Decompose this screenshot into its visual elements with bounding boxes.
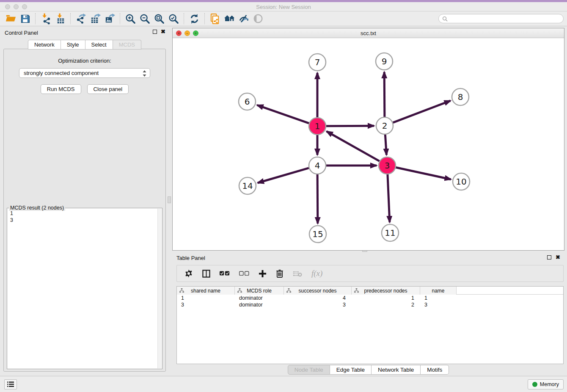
export-table-button[interactable]	[88, 12, 102, 25]
cell-predecessor-nodes[interactable]: 1	[352, 295, 420, 301]
graph-node-4[interactable]: 4	[309, 157, 326, 174]
graph-node-1[interactable]: 1	[309, 118, 326, 135]
import-network-button[interactable]	[39, 12, 53, 25]
graph-node-3[interactable]: 3	[379, 157, 396, 174]
criterion-select[interactable]: strongly connected component	[19, 68, 150, 78]
edge-1-6[interactable]	[257, 105, 309, 123]
table-header-row: shared nameMCDS rolesuccessor nodesprede…	[177, 287, 563, 295]
edge-3-1[interactable]	[327, 131, 380, 161]
tab-network-table[interactable]: Network Table	[372, 365, 421, 375]
tab-network[interactable]: Network	[28, 40, 61, 50]
cell-successor-nodes[interactable]: 4	[284, 295, 352, 301]
apply-layout-button[interactable]	[187, 12, 201, 25]
close-panel-button[interactable]: Close panel	[87, 84, 129, 94]
vertical-splitter-handle[interactable]	[168, 196, 171, 203]
close-panel-icon[interactable]: ✖	[161, 30, 165, 34]
graph-node-6[interactable]: 6	[239, 93, 256, 110]
network-window-titlebar[interactable]: ✕ − + scc.txt	[173, 28, 564, 38]
column-header-name[interactable]: name	[420, 287, 457, 295]
edge-2-9[interactable]	[384, 72, 385, 117]
graph-node-7[interactable]: 7	[309, 54, 326, 71]
zoom-fit-icon	[154, 13, 165, 24]
mcds-result-text[interactable]: 1 3	[8, 210, 157, 368]
svg-text:4: 4	[315, 160, 320, 171]
edge-4-15[interactable]	[317, 174, 318, 224]
edge-3-11[interactable]	[388, 174, 390, 222]
list-icon	[7, 381, 14, 387]
hierarchy-icon	[286, 288, 291, 293]
tab-motifs[interactable]: Motifs	[421, 365, 449, 375]
task-history-button[interactable]	[4, 379, 17, 389]
zoom-selected-button[interactable]	[166, 12, 181, 25]
create-column-button[interactable]	[259, 270, 267, 278]
graph-node-11[interactable]: 11	[382, 224, 399, 241]
tab-node-table[interactable]: Node Table	[288, 365, 330, 375]
birds-eye-view-button[interactable]	[251, 12, 265, 25]
search-input[interactable]	[450, 16, 560, 22]
float-table-panel-icon[interactable]	[547, 255, 551, 259]
float-panel-icon[interactable]	[153, 30, 157, 34]
home-view-button[interactable]	[222, 12, 237, 25]
zoom-fit-button[interactable]	[152, 12, 166, 25]
close-table-panel-icon[interactable]: ✖	[556, 255, 560, 259]
toolbar-separator	[204, 13, 205, 24]
cell-shared-name[interactable]: 3	[177, 301, 235, 308]
cell-shared-name[interactable]: 1	[177, 295, 235, 301]
column-header-predecessor-nodes[interactable]: predecessor nodes	[352, 287, 420, 295]
node-table[interactable]: shared nameMCDS rolesuccessor nodesprede…	[176, 286, 564, 364]
svg-text:10: 10	[456, 177, 466, 187]
duplicate-network-button[interactable]	[208, 12, 222, 25]
cell-MCDS-role[interactable]: dominator	[235, 295, 284, 301]
table-settings-button[interactable]	[184, 269, 193, 278]
column-header-shared-name[interactable]: shared name	[177, 287, 235, 295]
cell-MCDS-role[interactable]: dominator	[235, 301, 284, 308]
function-builder-button[interactable]: f(x)	[311, 269, 322, 278]
cell-name[interactable]: 1	[420, 295, 457, 301]
table-row[interactable]: 1dominator411	[177, 295, 563, 301]
show-all-columns-button[interactable]	[220, 271, 230, 276]
graph-node-15[interactable]: 15	[309, 226, 326, 243]
cell-predecessor-nodes[interactable]: 2	[352, 301, 420, 308]
tab-style[interactable]: Style	[61, 40, 85, 50]
graph-node-9[interactable]: 9	[376, 53, 393, 70]
edge-2-3[interactable]	[385, 135, 386, 155]
zoom-selected-icon	[168, 13, 179, 24]
edge-3-10[interactable]	[396, 167, 451, 179]
export-image-button[interactable]	[102, 12, 117, 25]
result-scrollbar[interactable]	[157, 209, 162, 368]
style-preview-button[interactable]	[237, 12, 251, 25]
tab-edge-table[interactable]: Edge Table	[330, 365, 372, 375]
tab-select[interactable]: Select	[85, 40, 113, 50]
graph-node-8[interactable]: 8	[452, 88, 469, 105]
delete-column-button[interactable]	[276, 269, 284, 278]
plus-icon	[259, 270, 267, 278]
network-canvas[interactable]: 7968124314101511	[173, 38, 564, 250]
search-box[interactable]	[438, 14, 564, 23]
open-session-button[interactable]	[3, 12, 18, 25]
graph-node-2[interactable]: 2	[376, 117, 393, 134]
cell-name[interactable]: 3	[420, 301, 457, 308]
tab-mcds[interactable]: MCDS	[113, 40, 141, 50]
memory-button[interactable]: Memory	[528, 379, 564, 389]
table-row[interactable]: 3dominator323	[177, 301, 563, 308]
column-header-successor-nodes[interactable]: successor nodes	[284, 287, 352, 295]
edge-2-8[interactable]	[393, 101, 451, 123]
save-session-button[interactable]	[18, 12, 32, 25]
zoom-out-button[interactable]	[138, 12, 152, 25]
hide-all-columns-button[interactable]	[239, 271, 249, 276]
export-network-button[interactable]	[74, 12, 88, 25]
control-panel-tabs: NetworkStyleSelectMCDS	[1, 40, 168, 50]
graph-node-10[interactable]: 10	[453, 173, 470, 190]
run-mcds-button[interactable]: Run MCDS	[41, 84, 81, 94]
zoom-in-button[interactable]	[123, 12, 138, 25]
control-panel-header: Control Panel ✖	[1, 28, 168, 38]
edge-4-14[interactable]	[258, 168, 309, 183]
table-mode-button[interactable]	[202, 270, 210, 278]
import-table-button[interactable]	[53, 12, 67, 25]
edge-1-2[interactable]	[326, 126, 374, 126]
cell-successor-nodes[interactable]: 3	[284, 301, 352, 308]
delete-table-button[interactable]	[293, 271, 302, 277]
graph-node-14[interactable]: 14	[239, 177, 256, 194]
network-graph[interactable]: 7968124314101511	[173, 38, 564, 250]
column-header-MCDS-role[interactable]: MCDS role	[235, 287, 284, 295]
